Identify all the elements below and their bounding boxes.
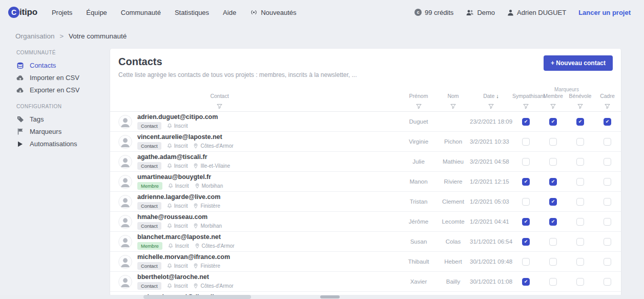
map-pin-icon: [193, 223, 198, 229]
scrollbar-thumb[interactable]: [143, 295, 251, 299]
table-row[interactable]: umartineau@bouygtel.fr Membre Inscrit Mo…: [110, 172, 621, 192]
column-header-contact[interactable]: Contact: [110, 93, 401, 101]
nav-item-equipe[interactable]: Équipe: [86, 9, 107, 16]
filter-funnel-icon[interactable]: [594, 104, 621, 109]
marker-checkbox[interactable]: ✔: [549, 178, 557, 186]
marker-checkbox[interactable]: ✔: [576, 118, 584, 126]
location-label: Côtes-d'Armor: [200, 143, 233, 149]
marker-checkbox[interactable]: [549, 138, 557, 146]
inscrit-indicator: Inscrit: [167, 123, 188, 129]
marker-checkbox[interactable]: [549, 238, 557, 246]
sidebar-item-importer-csv[interactable]: Importer en CSV: [15, 72, 105, 84]
column-header-cadre[interactable]: Cadre: [594, 93, 621, 101]
breadcrumb-organisation[interactable]: Organisation: [15, 32, 55, 40]
marker-checkbox[interactable]: [604, 178, 611, 186]
table-row[interactable]: hmahe@rousseau.com Contact Inscrit Morbi…: [110, 212, 621, 232]
table-row[interactable]: adrien.duguet@citipo.com Contact Inscrit…: [110, 112, 621, 132]
credits-label: 99 crédits: [425, 9, 453, 16]
marker-checkbox[interactable]: [576, 258, 584, 266]
bell-icon: [168, 183, 173, 189]
marker-checkbox[interactable]: [576, 138, 584, 146]
marker-checkbox[interactable]: [549, 158, 557, 166]
marker-checkbox[interactable]: [604, 258, 611, 266]
contact-cell: adrienne.lagarde@live.com Contact Inscri…: [110, 193, 401, 210]
filter-funnel-icon[interactable]: [110, 104, 401, 109]
sidebar-item-automatisations[interactable]: Automatisations: [15, 138, 105, 150]
marker-checkbox[interactable]: [604, 238, 611, 246]
column-header-prenom[interactable]: Prénom: [401, 93, 437, 101]
nom-cell: Lecomte: [437, 218, 470, 225]
nav-item-statistiques[interactable]: Statistiques: [175, 9, 209, 16]
table-row[interactable]: agathe.adam@tiscali.fr Contact Inscrit I…: [110, 152, 621, 172]
table-row[interactable]: vincent.aurelie@laposte.net Contact Insc…: [110, 132, 621, 152]
workspace-selector[interactable]: Demo: [466, 9, 495, 16]
nav-item-projets[interactable]: Projets: [52, 9, 72, 16]
marker-checkbox[interactable]: [576, 158, 584, 166]
nav-item-communaute[interactable]: Communauté: [121, 9, 161, 16]
inscrit-indicator: Inscrit: [167, 143, 188, 149]
marker-checkbox[interactable]: [576, 178, 584, 186]
marker-checkbox[interactable]: [576, 218, 584, 226]
citipo-logo[interactable]: Citipo: [8, 7, 37, 18]
column-header-membre[interactable]: Membre: [539, 93, 567, 101]
marker-checkbox[interactable]: [604, 278, 611, 286]
new-contact-button[interactable]: + Nouveau contact: [544, 55, 613, 71]
sidebar-item-exporter-csv[interactable]: Exporter en CSV: [15, 84, 105, 96]
date-cell: 3/2/2021 04:58: [470, 158, 512, 165]
prenom-cell: Xavier: [401, 278, 437, 285]
sidebar-item-contacts[interactable]: Contacts: [15, 59, 105, 72]
marker-checkbox[interactable]: [522, 158, 530, 166]
marker-checkbox[interactable]: ✔: [522, 278, 530, 286]
marker-checkbox[interactable]: ✔: [522, 238, 530, 246]
marker-checkbox[interactable]: ✔: [549, 218, 557, 226]
marker-checkbox[interactable]: [549, 278, 557, 286]
scrollbar-thumb-small[interactable]: [320, 295, 340, 298]
sidebar-item-tags[interactable]: Tags: [15, 113, 105, 126]
filter-funnel-icon[interactable]: [567, 104, 594, 109]
marker-checkbox[interactable]: [604, 138, 611, 146]
marker-checkbox[interactable]: ✔: [549, 198, 557, 206]
nav-item-aide[interactable]: Aide: [223, 9, 236, 16]
marker-checkbox[interactable]: [522, 138, 530, 146]
marker-checkbox[interactable]: ✔: [522, 218, 530, 226]
marker-checkbox[interactable]: [549, 258, 557, 266]
column-header-sympathisant[interactable]: Sympathisant: [512, 93, 539, 101]
column-header-nom[interactable]: Nom: [437, 93, 470, 101]
marker-checkbox[interactable]: ✔: [522, 178, 530, 186]
marker-checkbox[interactable]: ✔: [522, 118, 530, 126]
launch-project-link[interactable]: Lancer un projet: [578, 9, 631, 16]
marker-checkbox[interactable]: ✔: [549, 118, 557, 126]
contact-cell: michelle.morvan@ifrance.com Contact Insc…: [110, 253, 401, 270]
filter-funnel-icon[interactable]: [512, 104, 539, 109]
marker-checkbox[interactable]: [604, 218, 611, 226]
status-badge: Contact: [137, 122, 161, 130]
filter-funnel-icon[interactable]: [437, 104, 470, 109]
bell-icon: [167, 203, 172, 209]
contact-cell: vincent.aurelie@laposte.net Contact Insc…: [110, 133, 401, 150]
table-row[interactable]: bberthelot@laroche.net Contact Inscrit C…: [110, 272, 621, 292]
filter-funnel-icon[interactable]: [539, 104, 567, 109]
nav-item-nouveautes[interactable]: Nouveautés: [250, 9, 296, 16]
column-header-date[interactable]: Date↓: [470, 93, 512, 101]
table-row[interactable]: adrienne.lagarde@live.com Contact Inscri…: [110, 192, 621, 212]
user-menu[interactable]: Adrien DUGUET: [507, 9, 566, 16]
filter-funnel-icon[interactable]: [401, 104, 437, 109]
marker-checkbox[interactable]: [604, 158, 611, 166]
marker-checkbox[interactable]: [604, 198, 611, 206]
credits-indicator[interactable]: c 99 crédits: [414, 9, 453, 16]
location: Finistère: [193, 263, 220, 269]
sidebar-item-marqueurs[interactable]: Marqueurs: [15, 126, 105, 138]
location-label: Morbihan: [202, 183, 223, 189]
marker-checkbox[interactable]: [576, 198, 584, 206]
column-header-benevole[interactable]: Bénévole: [567, 93, 594, 101]
marker-checkbox[interactable]: [522, 198, 530, 206]
marker-checkbox[interactable]: [576, 238, 584, 246]
marker-checkbox[interactable]: [522, 258, 530, 266]
inscrit-indicator: Inscrit: [167, 223, 188, 229]
table-row[interactable]: michelle.morvan@ifrance.com Contact Insc…: [110, 252, 621, 272]
marker-checkbox[interactable]: [576, 278, 584, 286]
location: Ille-et-Vilaine: [193, 163, 230, 169]
filter-funnel-icon[interactable]: [470, 104, 512, 109]
table-row[interactable]: blanchet.marc@laposte.net Membre Inscrit…: [110, 232, 621, 252]
marker-checkbox[interactable]: ✔: [604, 118, 611, 126]
